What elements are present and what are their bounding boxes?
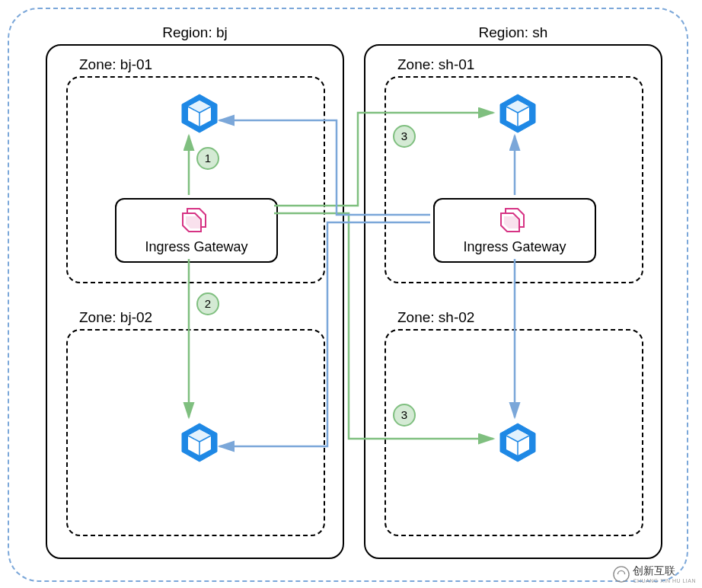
region-sh: Region: sh Zone: sh-01 Ingress Gateway [364, 44, 662, 559]
ingress-gateway-bj-label: Ingress Gateway [124, 239, 269, 255]
priority-badge-3a: 3 [393, 125, 416, 148]
zone-sh-02: Zone: sh-02 [385, 329, 643, 536]
priority-badge-2: 2 [196, 292, 219, 315]
ingress-gateway-sh: Ingress Gateway [433, 198, 596, 263]
region-bj: Region: bj Zone: bj-01 In [46, 44, 344, 559]
kubernetes-cube-icon [179, 422, 220, 466]
region-bj-label: Region: bj [162, 24, 228, 41]
kubernetes-cube-icon [179, 93, 220, 137]
svg-point-34 [614, 566, 629, 581]
priority-badge-3b: 3 [393, 404, 416, 427]
zone-bj-01: Zone: bj-01 Ingress Gateway [66, 76, 325, 283]
region-sh-label: Region: sh [479, 24, 548, 41]
zone-bj-02: Zone: bj-02 [66, 329, 325, 536]
gateway-icon [180, 206, 213, 236]
watermark: 创新互联 CHUANG XIN HU LIAN [613, 564, 696, 583]
zone-bj-02-label: Zone: bj-02 [79, 309, 152, 326]
watermark-sub: CHUANG XIN HU LIAN [633, 578, 696, 583]
kubernetes-cube-icon [497, 93, 538, 137]
ingress-gateway-bj: Ingress Gateway [115, 198, 278, 263]
zone-bj-01-label: Zone: bj-01 [79, 56, 152, 73]
zone-sh-01-label: Zone: sh-01 [397, 56, 474, 73]
zone-sh-02-label: Zone: sh-02 [397, 309, 474, 326]
kubernetes-cube-icon [497, 422, 538, 466]
ingress-gateway-sh-label: Ingress Gateway [442, 239, 587, 255]
zone-sh-01: Zone: sh-01 Ingress Gateway [385, 76, 643, 283]
priority-badge-1: 1 [196, 147, 219, 170]
watermark-brand: 创新互联 [633, 564, 696, 578]
gateway-icon [498, 206, 531, 236]
